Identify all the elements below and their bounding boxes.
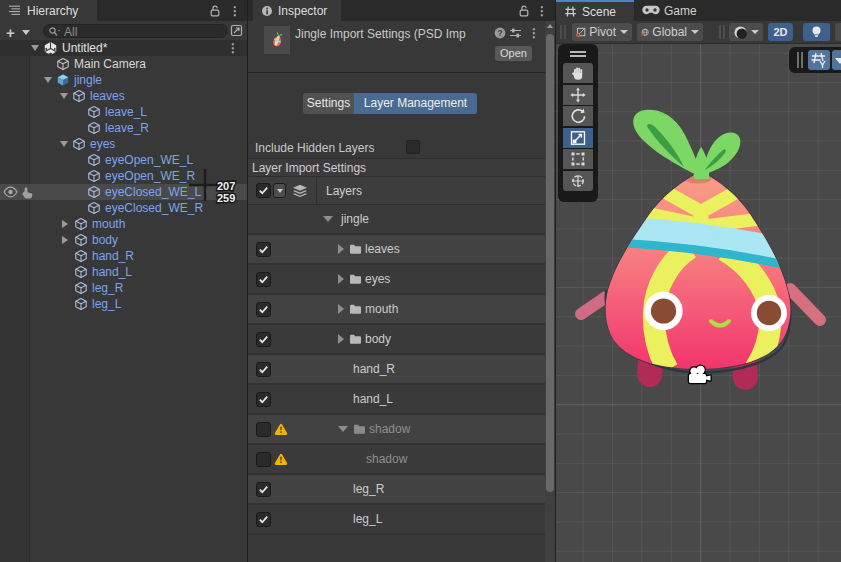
svg-text:207: 207 <box>217 180 235 192</box>
svg-text:259: 259 <box>217 192 235 204</box>
svg-text:?: ? <box>497 28 502 38</box>
